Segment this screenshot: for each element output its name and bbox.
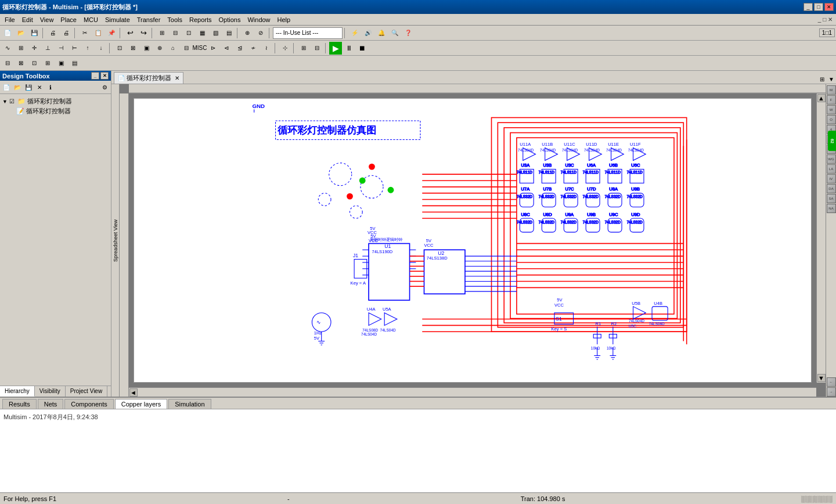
menu-simulate[interactable]: Simulate <box>102 16 134 24</box>
comp-btn21[interactable]: ⊹ <box>279 42 291 55</box>
tree-child[interactable]: 📝 循环彩灯控制器 <box>2 106 109 116</box>
comp-btn19[interactable]: ≁ <box>247 42 260 55</box>
instr-oscilloscope[interactable]: O <box>827 115 836 124</box>
tree-root[interactable]: ▼ ☑ 📁 循环彩灯控制器 <box>2 96 109 106</box>
copy-button[interactable]: 📋 <box>92 27 105 39</box>
comp-btn1[interactable]: ∿ <box>1 42 14 55</box>
tab-results[interactable]: Results <box>2 399 37 409</box>
menu-help[interactable]: Help <box>274 16 294 24</box>
tab-components[interactable]: Components <box>64 399 113 409</box>
instr-network[interactable]: NA <box>827 204 836 213</box>
open-button[interactable]: 📂 <box>15 27 27 39</box>
tb-btn12[interactable]: 🔍 <box>388 27 401 39</box>
save-button[interactable]: 💾 <box>28 27 41 39</box>
comp-btn20[interactable]: ≀ <box>260 42 273 55</box>
instr-btn-expand[interactable]: ← <box>827 377 836 387</box>
tb-btn3[interactable]: ⊡ <box>182 27 195 39</box>
comp-btn6[interactable]: ⊢ <box>68 42 81 55</box>
spreadsheet-view-tab[interactable]: Spreadsheet View <box>111 84 120 397</box>
instr-multimeter[interactable]: M <box>827 85 836 95</box>
hscroll-left[interactable]: ◄ <box>129 388 138 397</box>
menu-transfer[interactable]: Transfer <box>134 16 164 24</box>
tb-btn8[interactable]: ⊘ <box>254 27 267 39</box>
instr-iv-analyzer[interactable]: IV <box>827 174 836 183</box>
comp-btn11[interactable]: ▣ <box>140 42 153 55</box>
comp-btn10[interactable]: ⊠ <box>127 42 139 55</box>
toolbox-minimize[interactable]: _ <box>91 72 99 80</box>
tab-expand-btn[interactable]: ▼ <box>827 74 836 84</box>
tb-btn6[interactable]: ▤ <box>222 27 235 39</box>
tbx-close[interactable]: ✕ <box>34 82 45 92</box>
comp-btn15[interactable]: MISC <box>193 42 206 55</box>
menu-view[interactable]: View <box>37 16 57 24</box>
tb-btn13[interactable]: ❓ <box>402 27 415 39</box>
new-button[interactable]: 📄 <box>1 27 14 39</box>
undo-button[interactable]: ↩ <box>124 27 136 39</box>
tb-btn4[interactable]: ▦ <box>196 27 208 39</box>
view-btn1[interactable]: ⊟ <box>1 57 14 70</box>
comp-btn8[interactable]: ↓ <box>95 42 107 55</box>
cut-button[interactable]: ✂ <box>78 27 91 39</box>
comp-btn12[interactable]: ⊕ <box>153 42 166 55</box>
tbx-info[interactable]: ℹ <box>45 82 56 92</box>
menu-tools[interactable]: Tools <box>164 16 186 24</box>
toolbox-close[interactable]: ✕ <box>100 72 109 80</box>
comp-btn16[interactable]: ⊳ <box>207 42 219 55</box>
vscroll-up[interactable]: ▲ <box>817 94 826 102</box>
menu-place[interactable]: Place <box>57 16 80 24</box>
tbx-settings[interactable]: ⚙ <box>99 82 110 92</box>
schematic-paper[interactable]: GND 循环彩灯控制器仿真图 <box>134 98 812 383</box>
menu-window[interactable]: Window <box>244 16 273 24</box>
tab-simulation[interactable]: Simulation <box>168 399 211 409</box>
comp-btn4[interactable]: ⊥ <box>41 42 54 55</box>
tb-btn11[interactable]: 🔔 <box>375 27 388 39</box>
menu-file[interactable]: File <box>1 16 19 24</box>
menu-edit[interactable]: Edit <box>19 16 37 24</box>
minimize-button[interactable]: _ <box>803 3 813 11</box>
schematic-tab-close[interactable]: ✕ <box>175 75 179 81</box>
view-btn6[interactable]: ▤ <box>68 57 81 70</box>
instr-spectrum[interactable]: SA <box>827 194 836 203</box>
comp-btn18[interactable]: ⊴ <box>233 42 246 55</box>
tab-hierarchy[interactable]: Hierarchy <box>0 386 35 397</box>
paste-button[interactable]: 📌 <box>105 27 118 39</box>
print-preview-button[interactable]: 🖨 <box>60 27 73 39</box>
comp-btn23[interactable]: ⊟ <box>311 42 323 55</box>
tb-btn10[interactable]: 🔊 <box>362 27 374 39</box>
tab-copper-layers[interactable]: Copper layers <box>115 399 167 409</box>
hscrollbar[interactable]: ◄ <box>129 387 816 397</box>
redo-button[interactable]: ↪ <box>137 27 150 39</box>
schematic-main[interactable]: GND 循环彩灯控制器仿真图 <box>129 93 826 397</box>
comp-btn5[interactable]: ⊣ <box>55 42 67 55</box>
tab-nets[interactable]: Nets <box>38 399 64 409</box>
print-button[interactable]: 🖨 <box>46 27 59 39</box>
sim-run[interactable]: ▶ <box>329 42 342 55</box>
close-button[interactable]: ✕ <box>824 3 834 11</box>
instr-wattmeter[interactable]: W <box>827 105 836 114</box>
comp-btn13[interactable]: ⌂ <box>167 42 179 55</box>
menu-mcu[interactable]: MCU <box>80 16 102 24</box>
maximize-button[interactable]: □ <box>814 3 823 11</box>
tb-btn9[interactable]: ⚡ <box>348 27 361 39</box>
instr-logic-an[interactable]: LA <box>827 164 836 174</box>
view-btn2[interactable]: ⊠ <box>15 57 27 70</box>
tbx-new[interactable]: 📄 <box>1 82 12 92</box>
tb-btn1[interactable]: ⊞ <box>156 27 168 39</box>
comp-btn9[interactable]: ⊡ <box>113 42 126 55</box>
instr-btn-collapse[interactable]: → <box>827 387 836 397</box>
tb-btn5[interactable]: ▧ <box>209 27 222 39</box>
tab-visibility[interactable]: Visibility <box>35 386 66 397</box>
comp-btn14[interactable]: ⊟ <box>180 42 193 55</box>
in-use-dropdown[interactable]: --- In-Use List --- <box>273 27 343 39</box>
instr-word-gen[interactable]: WG <box>827 154 836 164</box>
comp-btn17[interactable]: ⊲ <box>220 42 233 55</box>
view-btn4[interactable]: ⊞ <box>41 57 54 70</box>
tbx-save[interactable]: 💾 <box>23 82 34 92</box>
instr-distortion[interactable]: DA <box>827 184 836 193</box>
menu-reports[interactable]: Reports <box>186 16 215 24</box>
menu-options[interactable]: Options <box>215 16 244 24</box>
tbx-open[interactable]: 📂 <box>12 82 23 92</box>
tb-btn7[interactable]: ⊕ <box>241 27 254 39</box>
vscrollbar[interactable]: ▲ ▼ <box>816 93 826 383</box>
vscroll-down[interactable]: ▼ <box>817 374 826 382</box>
